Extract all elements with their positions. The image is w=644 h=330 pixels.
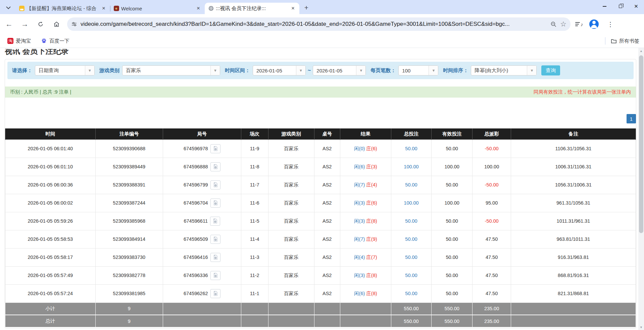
profile-avatar[interactable]: [589, 19, 599, 29]
cell-session: 11-4: [241, 230, 268, 248]
reload-icon[interactable]: [34, 17, 47, 31]
result-banker: 庄(9): [366, 236, 377, 242]
date-start-select[interactable]: 2026-01-05 ▼: [253, 65, 306, 75]
cell-table: AS2: [314, 230, 340, 248]
all-bookmarks[interactable]: 所有书签: [605, 37, 639, 45]
bookmark-taobao[interactable]: 淘 爱淘宝: [5, 36, 34, 46]
tab-close-icon[interactable]: ×: [100, 5, 107, 12]
total-count: 9: [95, 315, 163, 327]
cell-payout: -50.00: [473, 212, 511, 230]
chevron-down-icon[interactable]: ▼: [296, 66, 305, 75]
video-replay-button[interactable]: [210, 253, 220, 262]
cell-note: 961.31/1056.31: [511, 194, 636, 212]
window-controls: ✕: [597, 0, 644, 13]
bookmark-label: 百度一下: [49, 38, 69, 44]
cell-game: 百家乐: [268, 248, 314, 266]
page-scrollbar[interactable]: ▲ ▼: [638, 48, 644, 330]
round-no-text: 674596336: [184, 273, 208, 278]
video-replay-button[interactable]: [210, 289, 220, 298]
page-1-button[interactable]: 1: [627, 114, 636, 123]
back-icon[interactable]: ←: [2, 17, 16, 31]
cell-game: 百家乐: [268, 284, 314, 302]
cell-total-bet[interactable]: 50.00: [391, 230, 431, 248]
cell-note: 821.31/868.81: [511, 284, 636, 302]
page-content: 视讯 会员下注纪录 请选择： 日期查询 ▼ 游戏类别 百家乐 ▼ 时间区间： 2…: [0, 48, 644, 330]
home-icon[interactable]: [50, 17, 63, 31]
video-replay-button[interactable]: [210, 235, 220, 244]
sort-select[interactable]: 降幂(由大到小) ▼: [471, 65, 537, 75]
cell-time: 2026-01-05 05:57:24: [5, 284, 96, 302]
scroll-up-icon[interactable]: ▲: [638, 48, 644, 54]
tab-search-chevron-icon[interactable]: [3, 2, 14, 13]
cell-time: 2026-01-05 06:00:36: [5, 176, 96, 194]
video-replay-button[interactable]: [210, 199, 220, 208]
cell-total-bet[interactable]: 50.00: [391, 266, 431, 284]
tab-close-icon[interactable]: ×: [289, 5, 297, 12]
cell-table: AS2: [314, 266, 340, 284]
chevron-down-icon[interactable]: ▼: [85, 66, 94, 75]
scrollbar-thumb[interactable]: [639, 55, 643, 233]
select-type-label: 请选择：: [12, 67, 32, 74]
cell-total-bet[interactable]: 50.00: [391, 284, 431, 302]
cell-result: 闲(3) 庄(6): [340, 194, 391, 212]
cell-time: 2026-01-05 05:59:26: [5, 212, 96, 230]
video-replay-button[interactable]: [210, 162, 220, 171]
video-replay-button[interactable]: [210, 180, 220, 189]
folder-icon: [611, 38, 617, 44]
bookmark-star-icon[interactable]: ☆: [560, 20, 566, 28]
new-tab-button[interactable]: +: [301, 3, 311, 13]
cell-total-bet[interactable]: 50.00: [391, 212, 431, 230]
tab-welcome[interactable]: ◆ Welcome ×: [110, 3, 205, 14]
tab-bet-records[interactable]: :::视讯 会员下注纪录::: ×: [205, 3, 299, 14]
video-replay-button[interactable]: [210, 144, 220, 153]
chevron-down-icon[interactable]: ▼: [429, 66, 438, 75]
menu-dots-icon[interactable]: ⋮: [605, 20, 616, 28]
video-replay-button[interactable]: [210, 271, 220, 280]
close-button[interactable]: ✕: [628, 0, 644, 13]
chevron-down-icon[interactable]: ▼: [210, 66, 220, 75]
restore-button[interactable]: [612, 0, 628, 13]
scroll-down-icon[interactable]: ▼: [638, 324, 644, 330]
video-replay-button[interactable]: [210, 217, 220, 226]
cell-total-bet[interactable]: 50.00: [391, 248, 431, 266]
chevron-down-icon[interactable]: ▼: [356, 66, 365, 75]
cell-total-bet[interactable]: 50.00: [391, 140, 431, 158]
game-kind-select[interactable]: 百家乐 ▼: [122, 65, 220, 75]
cell-note: 868.81/916.31: [511, 266, 636, 284]
per-page-label: 每页笔数：: [370, 67, 396, 74]
bookmark-baidu[interactable]: du 百度一下: [38, 36, 72, 46]
query-type-select[interactable]: 日期查询 ▼: [35, 65, 95, 75]
address-bar[interactable]: videoie.com/game/betrecord_search/kind3?…: [67, 17, 571, 31]
chevron-down-icon[interactable]: ▼: [527, 66, 536, 75]
tab-close-icon[interactable]: ×: [195, 5, 202, 12]
result-player: 闲(3): [354, 273, 365, 278]
cell-total-bet[interactable]: 100.00: [391, 194, 431, 212]
cell-time: 2026-01-05 06:00:02: [5, 194, 96, 212]
cell-session: 11-9: [241, 140, 268, 158]
media-controls-icon[interactable]: ♪: [575, 21, 583, 27]
per-page-select[interactable]: 100 ▼: [398, 65, 438, 75]
site-settings-tune-icon[interactable]: [71, 21, 77, 27]
cell-game: 百家乐: [268, 212, 314, 230]
date-end-select[interactable]: 2026-01-05 ▼: [313, 65, 366, 75]
toolbar-right: ♪ ⋮: [575, 19, 616, 29]
zoom-icon[interactable]: [550, 21, 557, 28]
tab-forum[interactable]: 【新提醒】海燕策略论坛 - 综合 ×: [15, 3, 110, 14]
sort-value: 降幂(由大到小): [471, 67, 527, 74]
query-button[interactable]: 查询: [541, 65, 560, 75]
cell-table: AS2: [314, 140, 340, 158]
cell-total-bet[interactable]: 100.00: [391, 158, 431, 176]
table-row: 2026-01-05 06:00:36523099388391674596799…: [5, 176, 636, 194]
cell-valid-bet: 50.00: [432, 176, 473, 194]
url-text[interactable]: videoie.com/game/betrecord_search/kind3?…: [81, 21, 547, 28]
cell-session: 11-1: [241, 284, 268, 302]
forward-icon[interactable]: →: [18, 17, 32, 31]
baidu-paw-icon: du: [41, 38, 47, 44]
per-page-value: 100: [399, 68, 429, 73]
cell-table: AS2: [314, 176, 340, 194]
cell-round-no: 674596611: [163, 212, 241, 230]
table-row: 2026-01-05 05:57:24523099381985674596262…: [5, 284, 636, 302]
cell-total-bet[interactable]: 50.00: [391, 176, 431, 194]
minimize-button[interactable]: [597, 0, 612, 13]
cell-valid-bet: 50.00: [432, 284, 473, 302]
